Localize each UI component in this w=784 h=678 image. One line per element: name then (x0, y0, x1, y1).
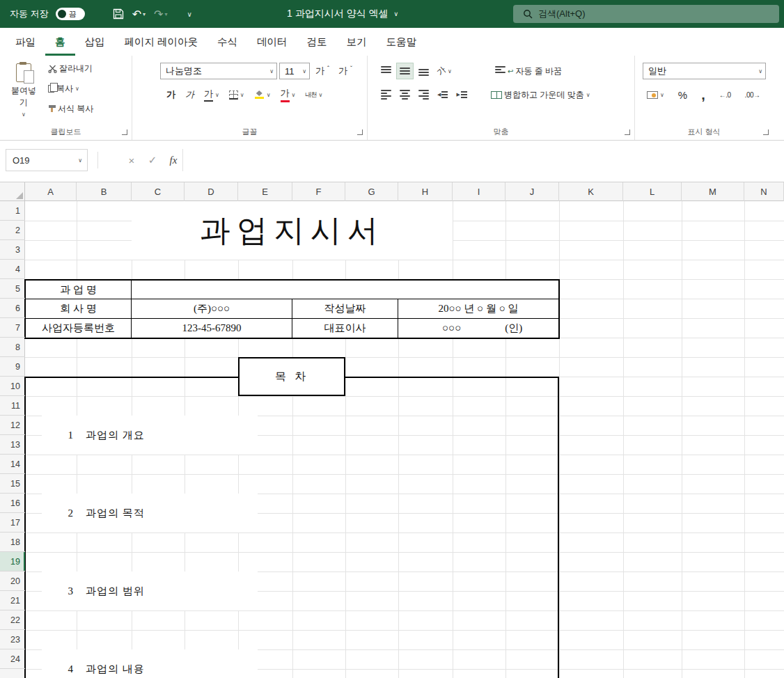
percent-style-button[interactable]: % (675, 86, 691, 103)
tab-review[interactable]: 검토 (297, 28, 337, 56)
increase-indent-button[interactable]: ▶ (453, 86, 470, 103)
task-name-label-cell[interactable]: 과 업 명 (26, 281, 132, 299)
row-header-8[interactable]: 8 (0, 338, 25, 357)
row-header-12[interactable]: 12 (0, 416, 25, 435)
number-dialog-launcher-icon[interactable] (763, 129, 769, 135)
row-header-23[interactable]: 23 (0, 630, 25, 649)
row-header-10[interactable]: 10 (0, 377, 25, 396)
toc-item-3[interactable]: 3 과업의 범위 (42, 571, 258, 610)
task-name-value-cell[interactable] (132, 281, 558, 299)
column-header-E[interactable]: E (238, 182, 292, 201)
registration-value-cell[interactable]: 123-45-67890 (132, 319, 292, 338)
row-header-1[interactable]: 1 (0, 201, 25, 221)
toc-item-1[interactable]: 1 과업의 개요 (42, 416, 258, 455)
column-header-M[interactable]: M (682, 182, 744, 201)
cut-button[interactable]: 잘라내기 (45, 60, 97, 77)
align-center-button[interactable] (396, 86, 414, 103)
search-box[interactable]: 검색(Alt+Q) (513, 5, 779, 23)
date-label-cell[interactable]: 작성날짜 (292, 299, 398, 318)
tab-help[interactable]: 도움말 (377, 28, 427, 56)
bold-button[interactable]: 가 (163, 86, 179, 103)
row-header-4[interactable]: 4 (0, 260, 25, 279)
row-header-14[interactable]: 14 (0, 455, 25, 474)
row-header-7[interactable]: 7 (0, 318, 25, 338)
align-bottom-button[interactable] (415, 63, 432, 79)
column-header-B[interactable]: B (77, 182, 132, 201)
ceo-label-cell[interactable]: 대표이사 (292, 319, 398, 338)
formula-input[interactable] (182, 149, 784, 171)
ceo-value-cell[interactable]: ○○○ (인) (398, 319, 558, 338)
column-header-F[interactable]: F (292, 182, 345, 201)
sheet-document-title[interactable]: 과업지시서 (132, 201, 453, 260)
company-label-cell[interactable]: 회 사 명 (26, 299, 132, 318)
row-header-20[interactable]: 20 (0, 571, 25, 591)
align-right-button[interactable] (415, 86, 432, 103)
row-header-15[interactable]: 15 (0, 474, 25, 494)
confirm-entry-button[interactable]: ✓ (143, 149, 162, 171)
column-header-J[interactable]: J (505, 182, 559, 201)
column-header-H[interactable]: H (398, 182, 453, 201)
row-header-19[interactable]: 19 (0, 552, 25, 571)
column-header-D[interactable]: D (185, 182, 238, 201)
column-header-A[interactable]: A (25, 182, 77, 201)
column-header-K[interactable]: K (559, 182, 623, 201)
tab-page-layout[interactable]: 페이지 레이아웃 (115, 28, 208, 56)
alignment-dialog-launcher-icon[interactable] (625, 129, 630, 135)
row-header-9[interactable]: 9 (0, 357, 25, 377)
orientation-button[interactable]: 가 ∨ (434, 63, 455, 79)
format-painter-button[interactable]: 서식 복사 (45, 100, 97, 117)
row-header-16[interactable]: 16 (0, 494, 25, 513)
tab-file[interactable]: 파일 (6, 28, 45, 56)
phonetic-guide-button[interactable]: 내천 ∨ (301, 86, 326, 103)
row-header-17[interactable]: 17 (0, 513, 25, 533)
toc-heading-box[interactable]: 목 차 (238, 357, 345, 396)
tab-home[interactable]: 홈 (45, 28, 75, 56)
tab-insert[interactable]: 삽입 (75, 28, 115, 56)
row-header-3[interactable]: 3 (0, 240, 25, 260)
column-header-G[interactable]: G (345, 182, 398, 201)
row-header-2[interactable]: 2 (0, 221, 25, 240)
column-header-I[interactable]: I (453, 182, 505, 201)
row-header-6[interactable]: 6 (0, 299, 25, 318)
cancel-entry-button[interactable]: × (123, 149, 141, 171)
company-value-cell[interactable]: (주)○○○ (132, 299, 292, 318)
insert-function-button[interactable]: fx (164, 149, 182, 171)
tab-data[interactable]: 데이터 (247, 28, 297, 56)
copy-button[interactable]: 복사 ∨ (45, 80, 97, 97)
date-value-cell[interactable]: 20○○ 년 ○ 월 ○ 일 (398, 299, 558, 318)
font-size-combobox[interactable]: 11 ∨ (279, 63, 310, 79)
increase-decimal-button[interactable]: ←.0 (716, 86, 735, 103)
registration-label-cell[interactable]: 사업자등록번호 (26, 319, 132, 338)
number-format-combobox[interactable]: 일반 ∨ (643, 63, 766, 79)
paste-button[interactable]: 붙여넣기 ∨ (7, 61, 40, 121)
autosave-toggle[interactable]: 끔 (56, 8, 85, 20)
clipboard-dialog-launcher-icon[interactable] (122, 129, 127, 135)
font-name-combobox[interactable]: 나눔명조 ∨ (160, 63, 277, 79)
decrease-font-size-button[interactable]: 가 ˇ (335, 63, 356, 79)
row-header-22[interactable]: 22 (0, 610, 25, 630)
tab-formulas[interactable]: 수식 (207, 28, 247, 56)
align-left-button[interactable] (377, 86, 395, 103)
tab-view[interactable]: 보기 (337, 28, 377, 56)
undo-button[interactable]: ↶ ▾ (128, 5, 150, 24)
decrease-decimal-button[interactable]: .00→ (742, 86, 764, 103)
row-header-11[interactable]: 11 (0, 396, 25, 416)
redo-button[interactable]: ↷ ▾ (150, 5, 171, 24)
toc-item-4[interactable]: 4 과업의 내용 (42, 649, 258, 678)
comma-style-button[interactable]: , (698, 86, 709, 103)
column-header-L[interactable]: L (623, 182, 682, 201)
column-header-N[interactable]: N (744, 182, 784, 201)
fill-color-button[interactable]: ∨ (251, 86, 274, 103)
font-dialog-launcher-icon[interactable] (357, 129, 363, 135)
italic-button[interactable]: 가 (182, 86, 198, 103)
wrap-text-button[interactable]: ↩ 자동 줄 바꿈 (492, 63, 565, 79)
increase-font-size-button[interactable]: 가 ˆ (312, 63, 333, 79)
row-header-13[interactable]: 13 (0, 435, 25, 455)
align-middle-button[interactable] (396, 63, 414, 79)
name-box[interactable]: O19 ∨ (6, 149, 88, 171)
borders-button[interactable]: ∨ (226, 86, 248, 103)
column-header-C[interactable]: C (132, 182, 185, 201)
row-header-24[interactable]: 24 (0, 649, 25, 669)
decrease-indent-button[interactable]: ◀ (434, 86, 451, 103)
document-title[interactable]: 1 과업지시서 양식 엑셀 ∨ (287, 0, 398, 28)
